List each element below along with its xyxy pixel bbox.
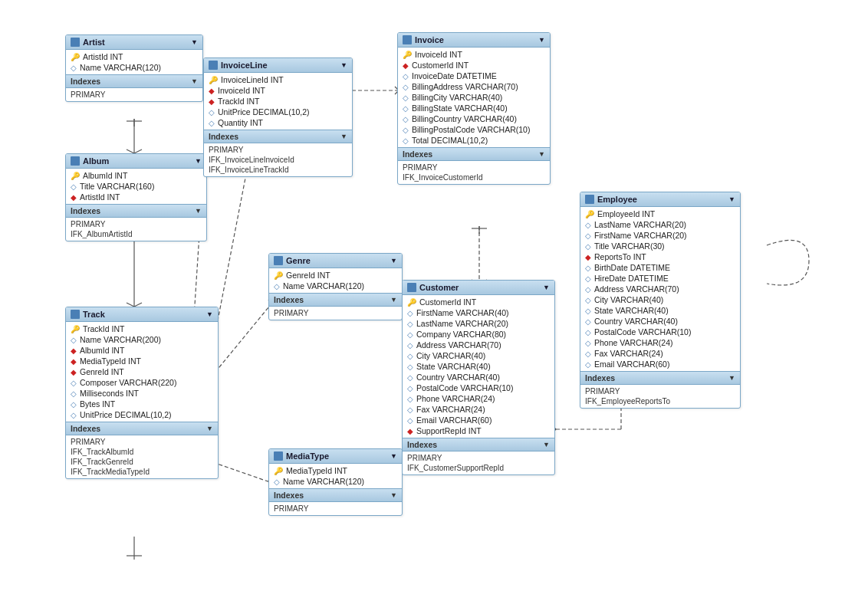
entity-customer-fields: 🔑 CustomerId INT ◇ FirstName VARCHAR(40)… <box>403 295 554 438</box>
indexes-header: Indexes ▼ <box>403 438 554 451</box>
field-row: ◇ Email VARCHAR(60) <box>580 359 740 369</box>
field-icon: ◇ <box>585 221 591 229</box>
field-text: ArtistId INT <box>83 52 123 61</box>
field-row: ◇ Country VARCHAR(40) <box>403 372 554 383</box>
field-text: Fax VARCHAR(24) <box>594 349 663 358</box>
field-icon: ◇ <box>71 411 77 419</box>
field-text: UnitPrice DECIMAL(10,2) <box>80 410 172 419</box>
field-text: BillingState VARCHAR(40) <box>412 103 508 113</box>
field-row: ◇ Title VARCHAR(160) <box>66 181 206 192</box>
entity-artist-fields: 🔑 ArtistId INT ◇ Name VARCHAR(120) <box>66 50 202 74</box>
indexes-header: Indexes ▼ <box>66 204 206 218</box>
field-text: Name VARCHAR(120) <box>80 63 161 72</box>
field-text: Title VARCHAR(30) <box>594 241 665 251</box>
field-text: Title VARCHAR(160) <box>80 182 154 191</box>
field-text: Fax VARCHAR(24) <box>416 405 485 414</box>
field-icon: ◇ <box>585 231 591 240</box>
field-text: Phone VARCHAR(24) <box>416 394 495 403</box>
field-text: PostalCode VARCHAR(10) <box>416 383 513 392</box>
entity-track-header: Track ▼ <box>66 307 218 322</box>
index-row: IFK_AlbumArtistId <box>71 229 202 239</box>
entity-customer-title: Customer <box>419 283 459 292</box>
entity-artist-header: Artist ▼ <box>66 35 202 50</box>
pk-icon: 🔑 <box>209 76 218 84</box>
field-text: AlbumId INT <box>83 171 127 180</box>
field-icon: ◇ <box>407 395 413 403</box>
field-row: ◇ Fax VARCHAR(24) <box>580 348 740 359</box>
field-row: ◇ Country VARCHAR(40) <box>580 316 740 327</box>
field-text: LastName VARCHAR(20) <box>594 220 686 229</box>
field-icon: ◇ <box>403 83 409 91</box>
field-text: Quantity INT <box>218 118 263 127</box>
entity-genre: Genre ▼ 🔑 GenreId INT ◇ Name VARCHAR(120… <box>268 253 403 320</box>
table-icon <box>274 256 283 265</box>
field-icon: ◇ <box>403 136 409 145</box>
field-text: Email VARCHAR(60) <box>416 415 492 425</box>
fk-icon: ◆ <box>71 346 77 355</box>
field-icon: ◇ <box>403 126 409 134</box>
field-row: ◇ BillingPostalCode VARCHAR(10) <box>398 124 550 135</box>
field-icon: ◇ <box>403 72 409 80</box>
field-text: InvoiceDate DATETIME <box>412 71 497 80</box>
entity-track-title: Track <box>83 310 105 319</box>
entity-customer-header: Customer ▼ <box>403 281 554 295</box>
fk-icon: ◆ <box>71 368 77 376</box>
field-text: City VARCHAR(40) <box>594 295 663 304</box>
field-row: ◇ Quantity INT <box>204 117 352 128</box>
erd-diagram: Artist ▼ 🔑 ArtistId INT ◇ Name VARCHAR(1… <box>0 0 868 591</box>
indexes-body: PRIMARY IFK_InvoiceLineInvoiceId IFK_Inv… <box>204 143 352 176</box>
field-text: BillingCountry VARCHAR(40) <box>412 114 517 123</box>
entity-genre-fields: 🔑 GenreId INT ◇ Name VARCHAR(120) <box>269 268 402 293</box>
entity-track-fields: 🔑 TrackId INT ◇ Name VARCHAR(200) ◆ Albu… <box>66 322 218 422</box>
field-icon: ◇ <box>407 309 413 317</box>
field-text: City VARCHAR(40) <box>416 351 485 360</box>
entity-mediatype-header: MediaType ▼ <box>269 449 402 464</box>
index-row: IFK_EmployeeReportsTo <box>585 396 735 406</box>
field-text: Country VARCHAR(40) <box>416 373 500 382</box>
index-row: IFK_TrackAlbumId <box>71 447 213 457</box>
field-row: 🔑 CustomerId INT <box>403 297 554 307</box>
entity-album-fields: 🔑 AlbumId INT ◇ Title VARCHAR(160) ◆ Art… <box>66 169 206 204</box>
field-row: 🔑 GenreId INT <box>269 270 402 281</box>
field-row: ◆ MediaTypeId INT <box>66 356 218 366</box>
index-row: PRIMARY <box>274 308 397 318</box>
table-icon <box>403 35 412 44</box>
index-row: PRIMARY <box>71 219 202 229</box>
field-row: ◇ Total DECIMAL(10,2) <box>398 135 550 146</box>
field-row: ◆ ReportsTo INT <box>580 251 740 262</box>
field-row: ◇ Company VARCHAR(80) <box>403 329 554 340</box>
index-row: IFK_InvoiceLineInvoiceId <box>209 155 347 165</box>
indexes-body: PRIMARY IFK_TrackAlbumId IFK_TrackGenreI… <box>66 435 218 478</box>
entity-employee-fields: 🔑 EmployeeId INT ◇ LastName VARCHAR(20) … <box>580 207 740 371</box>
pk-icon: 🔑 <box>71 172 80 180</box>
field-text: BillingAddress VARCHAR(70) <box>412 82 518 91</box>
field-row: ◆ TrackId INT <box>204 96 352 107</box>
field-row: ◇ State VARCHAR(40) <box>403 361 554 372</box>
field-row: 🔑 InvoiceLineId INT <box>204 74 352 85</box>
index-row: IFK_TrackMediaTypeId <box>71 467 213 477</box>
field-row: ◇ BillingCity VARCHAR(40) <box>398 92 550 103</box>
field-row: 🔑 AlbumId INT <box>66 170 206 181</box>
field-icon: ◇ <box>403 104 409 113</box>
field-text: State VARCHAR(40) <box>594 306 669 315</box>
entity-artist-title: Artist <box>83 38 105 47</box>
field-row: 🔑 ArtistId INT <box>66 51 202 62</box>
field-icon: ◇ <box>585 317 591 326</box>
indexes-body: PRIMARY IFK_InvoiceCustomerId <box>398 161 550 184</box>
index-row: PRIMARY <box>71 90 198 100</box>
field-text: FirstName VARCHAR(40) <box>416 308 509 317</box>
artist-sort-icon: ▼ <box>191 38 198 46</box>
field-icon: ◇ <box>585 264 591 272</box>
index-row: PRIMARY <box>403 163 545 172</box>
entity-invoiceline-title: InvoiceLine <box>221 61 268 70</box>
pk-icon: 🔑 <box>407 298 416 307</box>
entity-invoice-fields: 🔑 InvoiceId INT ◆ CustomerId INT ◇ Invoi… <box>398 48 550 147</box>
indexes-body: PRIMARY IFK_CustomerSupportRepId <box>403 451 554 474</box>
index-row: PRIMARY <box>71 437 213 447</box>
pk-icon: 🔑 <box>403 51 412 59</box>
field-text: UnitPrice DECIMAL(10,2) <box>218 107 310 117</box>
field-text: Composer VARCHAR(220) <box>80 378 176 387</box>
field-text: CustomerId INT <box>419 297 476 307</box>
field-text: LastName VARCHAR(20) <box>416 319 508 328</box>
field-row: ◇ Fax VARCHAR(24) <box>403 404 554 415</box>
